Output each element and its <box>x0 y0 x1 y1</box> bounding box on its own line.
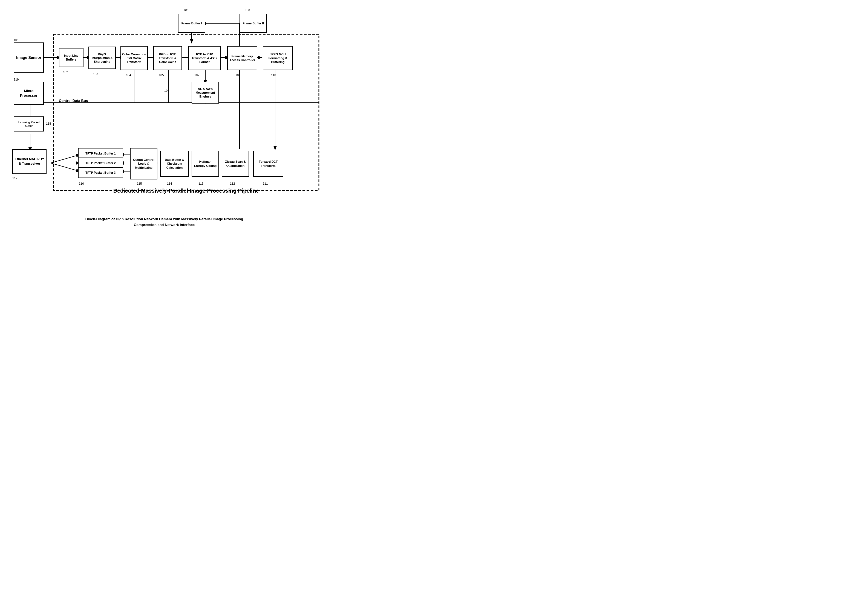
ryb-to-yuv-block: RYB to YUV Transform & 4:2:2 Format <box>188 46 221 70</box>
rgb-to-ryb-block: RGB to RYB Transform & Color Gains <box>153 46 182 70</box>
tftp2-block: TFTP Packet Buffer 2 <box>78 157 123 169</box>
ref-112: 112 <box>230 182 235 185</box>
pipeline-title: Dedicated Massively-Parallel Image Proce… <box>56 188 316 194</box>
output-control-block: Output Control Logic & Multiplexing <box>130 148 157 179</box>
caption: Block-Diagram of High Resolution Network… <box>6 216 323 228</box>
svg-line-28 <box>51 163 80 171</box>
forward-dct-block: Forward DCT Transform <box>253 151 283 177</box>
frame-memory-block: Frame Memory Access Controller <box>227 46 257 70</box>
micro-processor-block: Micro Processor <box>14 81 44 105</box>
ref-101: 101 <box>14 38 19 41</box>
frame-buffer-1: Frame Buffer I <box>178 14 205 33</box>
ref-104: 104 <box>126 73 131 77</box>
data-buffer-block: Data Buffer & Checksum Calculation <box>160 151 189 177</box>
caption-line1: Block-Diagram of High Resolution Network… <box>6 216 323 222</box>
ref-110: 110 <box>271 73 276 77</box>
ref-107: 107 <box>194 73 199 77</box>
tftp3-block: TFTP Packet Buffer 3 <box>78 167 123 178</box>
ref-115: 115 <box>137 182 142 185</box>
svg-line-29 <box>51 155 80 163</box>
control-data-bus-label: Control Data Bus <box>59 99 88 103</box>
ref-111: 111 <box>263 182 268 185</box>
ref-106: 106 <box>164 89 169 92</box>
input-line-buffers: Input Line Buffers <box>59 48 84 67</box>
ref-118: 118 <box>46 122 51 125</box>
image-sensor-block: Image Sensor <box>14 43 44 73</box>
jpeg-mcu-block: JPEG MCU Formatting & Buffering <box>263 46 293 70</box>
zigzag-block: Zigzag Scan & Quantization <box>222 151 249 177</box>
frame-buffer-2: Frame Buffer II <box>239 14 267 33</box>
ref-105: 105 <box>159 73 164 77</box>
ref-116: 116 <box>79 182 84 185</box>
incoming-packet-block: Incoming Packet Buffer <box>14 117 44 132</box>
ref-108-left: 108 <box>183 8 188 12</box>
ref-117: 117 <box>12 176 17 180</box>
ref-108-right: 108 <box>245 8 250 12</box>
caption-line2: Compression and Network Interface <box>6 222 323 228</box>
tftp1-block: TFTP Packet Buffer 1 <box>78 148 123 159</box>
ethernet-mac-block: Ethernet MAC PHY & Transceiver <box>12 149 47 174</box>
ref-102: 102 <box>63 70 68 74</box>
ref-103: 103 <box>93 73 98 75</box>
svg-line-26 <box>51 155 80 163</box>
ref-113: 113 <box>198 182 204 185</box>
diagram: Frame Buffer I 108 Frame Buffer II 108 I… <box>6 6 323 211</box>
color-correction-block: Color Correction 3x3 Matrix Transform <box>120 46 148 70</box>
huffman-block: Huffman Entropy Coding <box>192 151 219 177</box>
bayer-block: Bayer Interpolation & Sharpening <box>89 47 116 69</box>
ae-awb-block: AE & AWB Measurement Engines <box>192 81 219 104</box>
ref-114: 114 <box>167 182 172 185</box>
ref-109: 109 <box>235 73 240 77</box>
ref-119: 119 <box>14 78 19 81</box>
